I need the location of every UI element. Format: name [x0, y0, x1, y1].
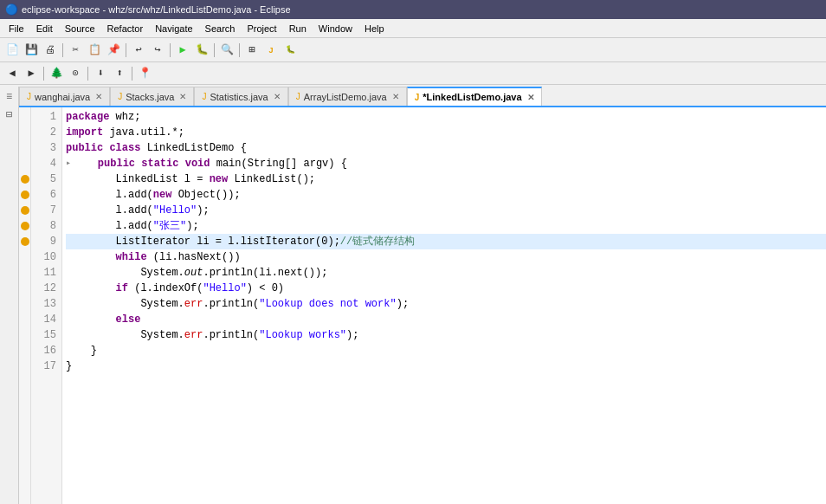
main-toolbar: 📄 💾 🖨 ✂ 📋 📌 ↩ ↪ ▶ 🐛 🔍 ⊞ J 🐛 [0, 38, 826, 62]
refs-btn[interactable]: ⊙ [67, 65, 84, 82]
last-edit-btn[interactable]: 📍 [136, 65, 153, 82]
tab-linkedlistdemo-close[interactable]: ✕ [527, 93, 534, 102]
prev-annotation-btn[interactable]: ⬆ [111, 65, 128, 82]
code-line-13: System.err.println("Lookup does not work… [66, 296, 826, 312]
java-file-icon2: J [118, 92, 122, 101]
warning-icon-5 [21, 175, 29, 184]
linenum-17: 17 [31, 359, 61, 374]
redo-btn[interactable]: ↪ [149, 42, 166, 59]
cut-btn[interactable]: ✂ [67, 42, 84, 59]
next-annotation-btn[interactable]: ⬇ [92, 65, 109, 82]
perspective-debug-btn[interactable]: 🐛 [281, 42, 299, 59]
token-str: "Hello" [203, 281, 246, 296]
marker-7 [19, 203, 30, 218]
marker-column [19, 107, 31, 504]
marker-17 [19, 359, 30, 374]
forward-btn[interactable]: ▶ [23, 65, 40, 82]
package-explorer-icon[interactable]: ≡ [3, 90, 16, 104]
search-btn[interactable]: 🔍 [218, 42, 236, 59]
token-plain2: (li.hasNext()) [147, 249, 241, 265]
code-line-12: if (l.indexOf("Hello") < 0) [66, 281, 826, 296]
menu-navigate[interactable]: Navigate [150, 22, 197, 36]
token-kw: if [116, 281, 128, 296]
menu-search[interactable]: Search [200, 22, 241, 36]
copy-btn[interactable]: 📋 [86, 42, 103, 59]
menu-file[interactable]: File [3, 22, 29, 36]
token-kw: public [98, 156, 135, 171]
debug-btn[interactable]: 🐛 [193, 42, 210, 59]
paste-btn[interactable]: 📌 [105, 42, 122, 59]
marker-10 [19, 249, 30, 265]
token-plain2: .println(li.next()); [203, 265, 327, 281]
save-btn[interactable]: 💾 [23, 42, 40, 59]
warning-icon-7 [21, 206, 29, 215]
marker-11 [19, 265, 30, 281]
marker-4 [19, 156, 30, 171]
tab-arraylistdemo-close[interactable]: ✕ [392, 92, 399, 101]
token-comment: //链式储存结构 [340, 234, 415, 249]
tab-arraylistdemo[interactable]: J ArrayListDemo.java ✕ [288, 87, 407, 106]
tab-arraylistdemo-label: ArrayListDemo.java [304, 92, 387, 102]
linenum-15: 15 [31, 327, 61, 343]
token-plain: java.util.*; [103, 125, 184, 140]
token-plain4: main(String[] argv) { [210, 156, 347, 171]
left-sidebar: ≡ ⊟ [0, 87, 19, 504]
marker-3 [19, 140, 30, 156]
line-number-gutter: 1 2 3 4 5 6 7 8 9 10 11 12 13 14 15 16 1… [31, 107, 62, 504]
token-kw: import [66, 125, 103, 140]
tab-statistics-close[interactable]: ✕ [274, 92, 281, 101]
token-plain: } [66, 359, 72, 374]
print-btn[interactable]: 🖨 [42, 42, 59, 59]
code-line-17: } [66, 359, 826, 374]
sep7 [87, 67, 88, 81]
marker-16 [19, 343, 30, 359]
code-content[interactable]: package whz; import java.util.*; public … [62, 107, 826, 504]
tab-wanghai-close[interactable]: ✕ [95, 92, 102, 101]
hierarchy-btn[interactable]: 🌲 [48, 65, 65, 82]
menu-source[interactable]: Source [60, 22, 100, 36]
marker-5 [19, 171, 30, 187]
token-plain [66, 312, 116, 327]
menu-edit[interactable]: Edit [31, 22, 58, 36]
tab-stacks[interactable]: J Stacks.java ✕ [110, 87, 194, 106]
outline-icon[interactable]: ⊟ [3, 107, 16, 121]
token-plain: } [66, 343, 97, 359]
new-btn[interactable]: 📄 [3, 42, 21, 59]
java-file-icon4: J [296, 92, 300, 101]
token-plain2: ); [186, 218, 198, 234]
menu-window[interactable]: Window [313, 22, 358, 36]
sep1 [62, 43, 63, 57]
code-line-11: System.out.println(li.next()); [66, 265, 826, 281]
menu-project[interactable]: Project [242, 22, 281, 36]
linenum-10: 10 [31, 249, 61, 265]
token-str: "Lookup works" [259, 327, 346, 343]
marker-13 [19, 296, 30, 312]
linenum-1: 1 [31, 109, 61, 125]
tab-linkedlistdemo[interactable]: J *LinkedListDemo.java ✕ [407, 87, 542, 106]
back-btn[interactable]: ◀ [3, 65, 21, 82]
open-perspective-btn[interactable]: ⊞ [243, 42, 261, 59]
menu-refactor[interactable]: Refactor [102, 22, 149, 36]
token-plain2: Object()); [171, 187, 240, 203]
run-btn[interactable]: ▶ [174, 42, 191, 59]
menu-help[interactable]: Help [359, 22, 390, 36]
token-out: out [184, 265, 203, 281]
tab-stacks-close[interactable]: ✕ [179, 92, 186, 101]
marker-14 [19, 312, 30, 327]
secondary-toolbar: ◀ ▶ 🌲 ⊙ ⬇ ⬆ 📍 [0, 62, 826, 85]
token-plain2: LinkedListDemo { [140, 140, 246, 156]
undo-btn[interactable]: ↩ [130, 42, 147, 59]
code-line-15: System.err.println("Lookup works"); [66, 327, 826, 343]
code-line-16: } [66, 343, 826, 359]
code-editor[interactable]: 1 2 3 4 5 6 7 8 9 10 11 12 13 14 15 16 1… [19, 107, 826, 504]
tab-statistics[interactable]: J Statistics.java ✕ [194, 87, 287, 106]
token-plain: System. [66, 296, 184, 312]
token-str: "Hello" [153, 203, 197, 218]
token-kw2: class [109, 140, 140, 156]
linenum-13: 13 [31, 296, 61, 312]
perspective-java-btn[interactable]: J [262, 42, 280, 59]
menu-run[interactable]: Run [284, 22, 312, 36]
fold-icon-4[interactable]: ▸ [66, 156, 71, 171]
token-plain: LinkedList l = [66, 171, 210, 187]
tab-wanghai[interactable]: J wanghai.java ✕ [19, 87, 110, 106]
